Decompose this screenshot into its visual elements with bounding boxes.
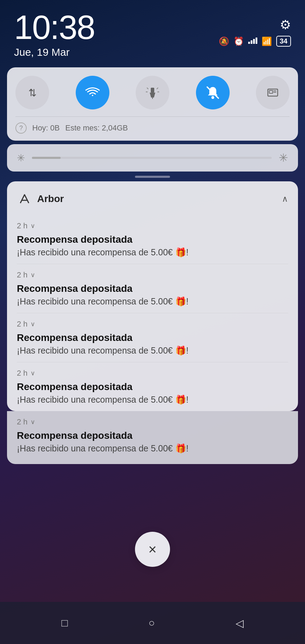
svg-rect-13 [273, 92, 276, 93]
nav-recents-button[interactable]: □ [61, 617, 68, 629]
close-icon: × [148, 542, 156, 557]
notification-time: 2 h [17, 221, 28, 230]
notification-time-row: 2 h ∨ [17, 221, 288, 230]
notification-time-row: 2 h ∨ [17, 417, 288, 427]
svg-rect-1 [151, 88, 154, 93]
notification-title: Recompensa depositada [17, 381, 288, 393]
notification-title: Recompensa depositada [17, 332, 288, 343]
notification-body: ¡Has recibido una recompensa de 5.00€ 🎁! [17, 443, 288, 454]
chevron-down-icon[interactable]: ∨ [30, 369, 35, 377]
svg-rect-12 [273, 90, 276, 91]
svg-text:⇅: ⇅ [28, 87, 36, 98]
brightness-panel[interactable]: ✳ ✳ [7, 144, 298, 172]
notification-item[interactable]: 2 h ∨ Recompensa depositada ¡Has recibid… [17, 264, 288, 313]
date: Jue, 19 Mar [14, 46, 95, 58]
rotate-button[interactable]: ⇅ [15, 76, 49, 109]
nav-home-button[interactable]: ○ [149, 617, 155, 629]
nav-back-button[interactable]: ◁ [236, 617, 244, 629]
notification-time: 2 h [17, 369, 28, 378]
status-icons: 🔕 ⏰ 📶 34 [219, 36, 291, 47]
drag-handle[interactable] [0, 176, 305, 178]
notification-time: 2 h [17, 320, 28, 329]
svg-marker-2 [150, 93, 155, 98]
svg-line-5 [157, 88, 158, 89]
chevron-down-icon[interactable]: ∨ [30, 418, 35, 426]
notification-time-row: 2 h ∨ [17, 270, 288, 280]
clock: 10:38 [14, 11, 95, 44]
data-usage-row: ? Hoy: 0B Este mes: 2,04GB [15, 122, 290, 134]
chevron-down-icon[interactable]: ∨ [30, 222, 35, 230]
svg-point-8 [211, 96, 214, 99]
notification-body: ¡Has recibido una recompensa de 5.00€ 🎁! [17, 395, 288, 405]
notification-body: ¡Has recibido una recompensa de 5.00€ 🎁! [17, 247, 288, 257]
back-icon: ◁ [236, 617, 244, 629]
status-bar: 10:38 Jue, 19 Mar ⚙ 🔕 ⏰ 📶 34 [0, 0, 305, 62]
brightness-low-icon: ✳ [17, 152, 25, 164]
battery-indicator: 34 [276, 36, 291, 47]
recents-icon: □ [61, 617, 68, 629]
notification-title: Recompensa depositada [17, 430, 288, 441]
divider [15, 116, 290, 117]
notification-panel-bottom: 2 h ∨ Recompensa depositada ¡Has recibid… [7, 411, 298, 464]
notification-title: Recompensa depositada [17, 234, 288, 245]
wifi-button[interactable] [76, 76, 109, 109]
app-name: Arbor [37, 193, 277, 204]
status-right: ⚙ 🔕 ⏰ 📶 34 [219, 11, 291, 47]
svg-rect-11 [269, 90, 273, 93]
notification-title: Recompensa depositada [17, 283, 288, 294]
notification-body: ¡Has recibido una recompensa de 5.00€ 🎁! [17, 346, 288, 356]
notification-item[interactable]: 2 h ∨ Recompensa depositada ¡Has recibid… [17, 313, 288, 362]
signal-icon [248, 37, 257, 46]
quick-buttons-row: ⇅ [15, 76, 290, 109]
data-info-icon: ? [15, 122, 27, 134]
notification-time: 2 h [17, 417, 28, 427]
navigation-bar: □ ○ ◁ [0, 602, 305, 644]
alarm-icon: ⏰ [233, 36, 244, 46]
notification-time-row: 2 h ∨ [17, 369, 288, 378]
chevron-down-icon[interactable]: ∨ [30, 271, 35, 279]
close-notifications-button[interactable]: × [135, 532, 170, 567]
notification-body: ¡Has recibido una recompensa de 5.00€ 🎁! [17, 296, 288, 307]
notification-panel: Arbor ∧ 2 h ∨ Recompensa depositada ¡Has… [7, 181, 298, 411]
drag-handle-bar [135, 176, 170, 178]
wifi-status-icon: 📶 [262, 36, 272, 46]
svg-line-4 [147, 88, 148, 89]
quick-settings-panel: ⇅ [7, 67, 298, 141]
gear-icon[interactable]: ⚙ [280, 18, 291, 32]
silent-button[interactable] [196, 76, 230, 109]
brightness-high-icon: ✳ [279, 151, 288, 165]
notification-item[interactable]: 2 h ∨ Recompensa depositada ¡Has recibid… [17, 362, 288, 411]
torch-button[interactable] [136, 76, 169, 109]
notification-time: 2 h [17, 270, 28, 280]
collapse-icon[interactable]: ∧ [282, 194, 288, 204]
brightness-slider[interactable] [32, 157, 272, 159]
brightness-fill [32, 157, 61, 159]
home-icon: ○ [149, 617, 155, 629]
data-month: Este mes: 2,04GB [65, 123, 128, 133]
notification-time-row: 2 h ∨ [17, 320, 288, 329]
data-today: Hoy: 0B [32, 123, 60, 133]
chevron-down-icon[interactable]: ∨ [30, 320, 35, 328]
notification-header: Arbor ∧ [17, 191, 288, 207]
arbor-app-icon [17, 191, 32, 207]
screenshot-button[interactable] [256, 76, 290, 109]
silent-bell-icon: 🔕 [219, 36, 229, 46]
notification-item[interactable]: 2 h ∨ Recompensa depositada ¡Has recibid… [17, 215, 288, 264]
